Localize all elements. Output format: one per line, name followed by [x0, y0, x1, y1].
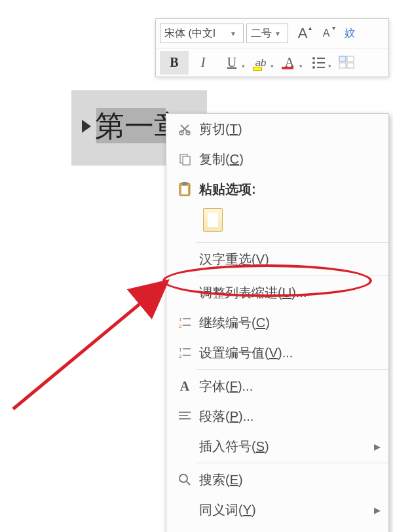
svg-rect-18: [183, 355, 191, 356]
annotation-arrow: [7, 265, 183, 416]
bold-button[interactable]: B: [160, 51, 189, 75]
menu-item-copy[interactable]: 复制(C): [166, 144, 388, 174]
menu-item-paste-options-header: 粘贴选项:: [166, 174, 388, 204]
font-color-button[interactable]: A ▾: [275, 51, 304, 75]
highlight-color-swatch: [253, 67, 262, 71]
dropdown-arrow-icon: ▾: [242, 63, 245, 69]
menu-separator: [196, 369, 388, 370]
styles-icon: [339, 56, 356, 70]
svg-rect-21: [179, 418, 191, 419]
font-color-swatch: [282, 67, 293, 69]
mini-toolbar: 宋体 (中文I ▼ 二号 ▼ A ▴ A ▾ 妏 B I U ▾ ab: [155, 18, 389, 77]
menu-label: 字体(F)...: [196, 378, 388, 395]
grow-font-button[interactable]: A ▴: [291, 22, 314, 45]
menu-item-paste-option[interactable]: [166, 204, 388, 241]
menu-item-thesaurus[interactable]: 同义词(Y) ▸: [166, 495, 388, 525]
menu-label: 剪切(T): [196, 120, 388, 138]
dropdown-arrow-icon: ▼: [272, 30, 284, 37]
font-size-select[interactable]: 二号 ▼: [246, 24, 288, 43]
scissors-icon: [173, 122, 196, 135]
menu-item-continue-numbering[interactable]: 12 继续编号(C): [166, 308, 388, 338]
underline-icon: U: [227, 55, 236, 70]
svg-line-28: [13, 281, 167, 409]
svg-rect-19: [179, 412, 191, 413]
svg-rect-14: [183, 325, 191, 326]
shrink-font-button[interactable]: A ▾: [314, 22, 338, 45]
mini-toolbar-row-2: B I U ▾ ab ▾ A ▾ ▾: [156, 48, 388, 77]
dropdown-arrow-icon: ▼: [227, 30, 239, 37]
search-icon: [173, 473, 196, 486]
svg-rect-12: [183, 318, 191, 319]
set-numbering-icon: 12: [173, 346, 196, 360]
menu-label: 插入符号(S): [196, 438, 374, 455]
menu-separator: [196, 275, 388, 276]
menu-label: 搜索(E): [196, 471, 388, 489]
menu-item-translate[interactable]: aあ 翻译: [166, 525, 388, 532]
shrink-font-icon: A: [323, 27, 330, 39]
paste-keep-formatting-icon[interactable]: [203, 208, 223, 232]
svg-rect-1: [347, 56, 354, 62]
caret-up-icon: ▴: [309, 24, 312, 31]
clipboard-icon: [173, 181, 196, 197]
menu-label: 汉字重选(V): [196, 251, 388, 268]
italic-icon: I: [201, 55, 206, 70]
menu-item-cut[interactable]: 剪切(T): [166, 114, 388, 144]
svg-rect-0: [339, 56, 346, 62]
svg-text:1: 1: [179, 347, 182, 353]
menu-separator: [196, 463, 388, 463]
svg-rect-16: [183, 348, 191, 349]
svg-rect-9: [182, 182, 187, 185]
dropdown-arrow-icon: ▾: [299, 63, 303, 69]
svg-rect-3: [347, 63, 354, 68]
menu-label: 调整列表缩进(U)...: [196, 284, 388, 302]
grow-font-icon: A: [298, 25, 308, 42]
text-effects-button[interactable]: 妏: [338, 22, 362, 45]
font-dialog-icon: A: [173, 379, 196, 394]
highlight-button[interactable]: ab ▾: [246, 51, 275, 75]
font-size-value: 二号: [251, 27, 272, 41]
continue-numbering-icon: 12: [173, 315, 196, 330]
menu-label: 设置编号值(V)...: [196, 344, 388, 362]
menu-label: 复制(C): [196, 151, 388, 168]
svg-rect-10: [181, 186, 188, 194]
styles-button[interactable]: [333, 51, 362, 75]
paragraph-icon: [173, 410, 196, 422]
svg-text:1: 1: [179, 317, 182, 323]
menu-item-hanzi-reselect[interactable]: 汉字重选(V): [166, 244, 388, 274]
submenu-arrow-icon: ▸: [374, 502, 388, 518]
menu-label: 粘贴选项:: [196, 181, 388, 198]
italic-button[interactable]: I: [189, 51, 217, 75]
font-family-select[interactable]: 宋体 (中文I ▼: [160, 24, 244, 43]
dropdown-arrow-icon: ▾: [328, 63, 331, 69]
svg-line-23: [187, 482, 190, 485]
menu-label: 继续编号(C): [196, 314, 388, 332]
dropdown-arrow-icon: ▾: [271, 63, 274, 69]
context-menu: 剪切(T) 复制(C) 粘贴选项: 汉字重选(V) 调整列表缩进(U)... 1…: [166, 113, 389, 532]
copy-icon: [173, 152, 196, 166]
menu-item-insert-symbol[interactable]: 插入符号(S) ▸: [166, 431, 388, 461]
bullets-button[interactable]: ▾: [304, 51, 333, 75]
svg-rect-20: [179, 415, 188, 416]
bullets-icon: [312, 57, 325, 69]
text-effects-icon: 妏: [345, 27, 355, 41]
menu-separator: [196, 242, 388, 243]
svg-text:2: 2: [179, 323, 182, 329]
caret-down-icon: ▾: [332, 24, 335, 31]
menu-item-set-numbering-value[interactable]: 12 设置编号值(V)...: [166, 338, 388, 368]
svg-text:2: 2: [179, 353, 182, 359]
menu-label: 同义词(Y): [196, 501, 374, 519]
menu-item-adjust-list-indent[interactable]: 调整列表缩进(U)...: [166, 277, 388, 308]
svg-rect-2: [339, 63, 346, 68]
collapse-triangle-icon[interactable]: [82, 120, 91, 133]
menu-item-paragraph[interactable]: 段落(P)...: [166, 401, 388, 431]
underline-button[interactable]: U ▾: [217, 51, 246, 75]
menu-item-search[interactable]: 搜索(E): [166, 465, 388, 495]
menu-label: 段落(P)...: [196, 408, 388, 425]
svg-rect-7: [183, 156, 190, 165]
submenu-arrow-icon: ▸: [374, 438, 388, 454]
menu-item-font[interactable]: A 字体(F)...: [166, 371, 388, 401]
bold-icon: B: [170, 55, 178, 70]
svg-point-22: [179, 474, 187, 482]
font-family-value: 宋体 (中文I: [164, 27, 215, 41]
mini-toolbar-row-1: 宋体 (中文I ▼ 二号 ▼ A ▴ A ▾ 妏: [156, 19, 388, 48]
